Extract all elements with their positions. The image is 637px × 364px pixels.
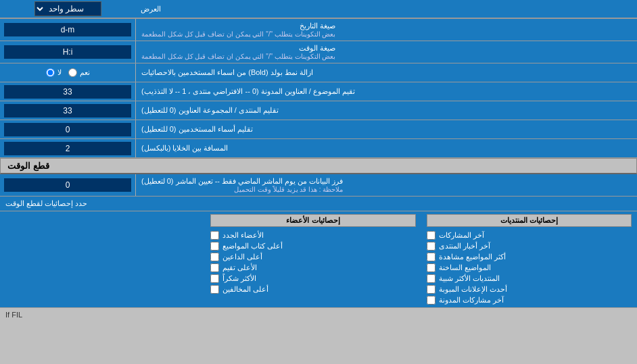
realtime-filter-input[interactable] xyxy=(4,178,131,192)
topic-order-input[interactable] xyxy=(4,85,131,99)
checkbox-label-7: آخر مشاركات المدونة xyxy=(439,296,504,305)
checkbox-7[interactable] xyxy=(427,296,435,305)
checkbox-m4[interactable] xyxy=(210,263,219,272)
checkbox-2[interactable] xyxy=(427,242,435,251)
time-format-main-label: صيغة الوقت xyxy=(141,44,335,53)
radio-no-label: لا xyxy=(57,68,62,77)
topic-order-row: تقيم الموضوع / العناوين المدونة (0 -- ال… xyxy=(0,82,637,101)
checkbox-col-members: إحصائيات الأعضاء الأعضاء الجدد أعلى كتاب… xyxy=(205,211,421,307)
col2-header: إحصائيات الأعضاء xyxy=(210,214,415,227)
radio-yes-group: نعم xyxy=(68,68,90,77)
checkbox-item-m5: الأكثر شكراً xyxy=(210,274,415,283)
checkbox-m1[interactable] xyxy=(210,231,219,240)
time-format-sub-label: بعض التكوينات يتطلب "/" التي يمكن ان تضا… xyxy=(141,53,335,60)
bold-remove-text: ازالة نمط بولد (Bold) من اسماء المستخدمي… xyxy=(141,68,313,77)
checkbox-label-1: آخر المشاركات xyxy=(439,231,484,240)
footer-area: If FIL xyxy=(0,308,637,321)
checkbox-label-m3: أعلى الداعين xyxy=(222,253,262,261)
topic-order-input-area xyxy=(0,82,135,101)
date-format-input-area xyxy=(0,19,135,41)
checkbox-label-4: المواضيع الساخنة xyxy=(439,263,491,272)
checkbox-item-4: المواضيع الساخنة xyxy=(427,263,632,272)
username-order-row: تقليم أسماء المستخدمين (0 للتعطيل) xyxy=(0,120,637,139)
checkbox-item-m2: أعلى كتاب المواضيع xyxy=(210,242,415,251)
forum-order-text: تقليم المنتدى / المجموعة العناوين (0 للت… xyxy=(141,106,279,115)
checkbox-label-3: أكثر المواضيع مشاهدة xyxy=(439,253,506,261)
checkbox-item-m1: الأعضاء الجدد xyxy=(210,231,415,240)
bold-remove-label: ازالة نمط بولد (Bold) من اسماء المستخدمي… xyxy=(135,63,637,82)
stats-limit-label: حدد إحصائيات لقطع الوقت xyxy=(0,197,637,211)
date-format-label: صيغة التاريخ بعض التكوينات يتطلب "/" الت… xyxy=(135,19,637,41)
header-select-area: سطر واحد سطرين ثلاثة أسطر xyxy=(0,0,135,18)
stats-limit-row: حدد إحصائيات لقطع الوقت xyxy=(0,197,637,211)
forum-order-label: تقليم المنتدى / المجموعة العناوين (0 للت… xyxy=(135,101,637,120)
checkbox-item-3: أكثر المواضيع مشاهدة xyxy=(427,253,632,261)
time-format-input-area xyxy=(0,41,135,63)
checkbox-m2[interactable] xyxy=(210,242,219,251)
realtime-section-title: قطع الوقت xyxy=(7,161,49,171)
bold-remove-radio-area: نعم لا xyxy=(0,63,135,82)
checkbox-label-5: المنتديات الأكثر شبية xyxy=(439,274,500,283)
header-label: العرض xyxy=(135,0,637,18)
realtime-filter-main-label: فرز البيانات من يوم الماشر الماضي فقط --… xyxy=(141,177,343,186)
date-format-input[interactable] xyxy=(4,23,131,36)
cell-spacing-label: المسافة بين الخلايا (بالبكسل) xyxy=(135,139,637,157)
radio-no-group: لا xyxy=(46,68,62,77)
realtime-filter-note: ملاحظة : هذا قد يزيد قليلاً وقت التحميل xyxy=(141,186,343,193)
checkbox-item-m4: الأعلى تقيم xyxy=(210,263,415,272)
checkbox-item-1: آخر المشاركات xyxy=(427,231,632,240)
checkbox-4[interactable] xyxy=(427,263,435,272)
realtime-filter-row: فرز البيانات من يوم الماشر الماضي فقط --… xyxy=(0,174,637,197)
main-container: العرض سطر واحد سطرين ثلاثة أسطر صيغة الت… xyxy=(0,0,637,321)
topic-order-label: تقيم الموضوع / العناوين المدونة (0 -- ال… xyxy=(135,82,637,101)
username-order-input-area xyxy=(0,120,135,138)
col1-header: إحصائيات المنتديات xyxy=(427,214,632,227)
checkbox-5[interactable] xyxy=(427,274,435,283)
checkbox-item-6: أحدث الإعلانات المبوبة xyxy=(427,285,632,294)
header-label-text: العرض xyxy=(141,5,161,14)
username-order-label: تقليم أسماء المستخدمين (0 للتعطيل) xyxy=(135,120,637,138)
checkbox-m3[interactable] xyxy=(210,253,219,261)
checkbox-label-m6: أعلى المخالفين xyxy=(222,285,268,294)
empty-right-col xyxy=(0,211,205,307)
checkbox-label-m5: الأكثر شكراً xyxy=(222,274,256,283)
time-format-input[interactable] xyxy=(4,45,131,59)
header-row: العرض سطر واحد سطرين ثلاثة أسطر xyxy=(0,0,637,19)
checkbox-label-m2: أعلى كتاب المواضيع xyxy=(222,242,283,251)
realtime-section-header: قطع الوقت xyxy=(0,158,637,174)
checkbox-label-m1: الأعضاء الجدد xyxy=(222,231,264,240)
checkbox-item-7: آخر مشاركات المدونة xyxy=(427,296,632,305)
date-format-sub-label: بعض التكوينات يتطلب "/" التي يمكن ان تضا… xyxy=(141,30,335,38)
display-select[interactable]: سطر واحد سطرين ثلاثة أسطر xyxy=(34,1,101,16)
stats-limit-text: حدد إحصائيات لقطع الوقت xyxy=(5,199,87,208)
bold-remove-row: ازالة نمط بولد (Bold) من اسماء المستخدمي… xyxy=(0,63,637,82)
checkbox-item-5: المنتديات الأكثر شبية xyxy=(427,274,632,283)
checkbox-label-6: أحدث الإعلانات المبوبة xyxy=(439,285,507,294)
checkbox-6[interactable] xyxy=(427,285,435,294)
checkbox-1[interactable] xyxy=(427,231,435,240)
forum-order-row: تقليم المنتدى / المجموعة العناوين (0 للت… xyxy=(0,101,637,120)
date-format-main-label: صيغة التاريخ xyxy=(141,22,335,30)
cell-spacing-input[interactable] xyxy=(4,142,131,155)
username-order-input[interactable] xyxy=(4,123,131,136)
realtime-filter-label: فرز البيانات من يوم الماشر الماضي فقط --… xyxy=(135,174,637,196)
checkbox-m5[interactable] xyxy=(210,274,219,283)
realtime-filter-input-area xyxy=(0,174,135,196)
cell-spacing-text: المسافة بين الخلايا (بالبكسل) xyxy=(141,144,229,153)
forum-order-input[interactable] xyxy=(4,104,131,118)
checkbox-item-2: آخر أخبار المنتدى xyxy=(427,242,632,251)
checkbox-section: إحصائيات المنتديات آخر المشاركات آخر أخب… xyxy=(0,211,637,308)
cell-spacing-row: المسافة بين الخلايا (بالبكسل) xyxy=(0,139,637,158)
topic-order-text: تقيم الموضوع / العناوين المدونة (0 -- ال… xyxy=(141,87,355,96)
radio-yes[interactable] xyxy=(68,68,77,77)
checkbox-item-m3: أعلى الداعين xyxy=(210,253,415,261)
date-format-row: صيغة التاريخ بعض التكوينات يتطلب "/" الت… xyxy=(0,19,637,41)
username-order-text: تقليم أسماء المستخدمين (0 للتعطيل) xyxy=(141,125,253,134)
radio-yes-label: نعم xyxy=(80,68,90,77)
checkbox-m6[interactable] xyxy=(210,285,219,294)
checkbox-3[interactable] xyxy=(427,253,435,261)
radio-no[interactable] xyxy=(46,68,55,77)
checkbox-col-forums: إحصائيات المنتديات آخر المشاركات آخر أخب… xyxy=(421,211,637,307)
time-format-label: صيغة الوقت بعض التكوينات يتطلب "/" التي … xyxy=(135,41,637,63)
checkbox-label-2: آخر أخبار المنتدى xyxy=(439,242,490,251)
